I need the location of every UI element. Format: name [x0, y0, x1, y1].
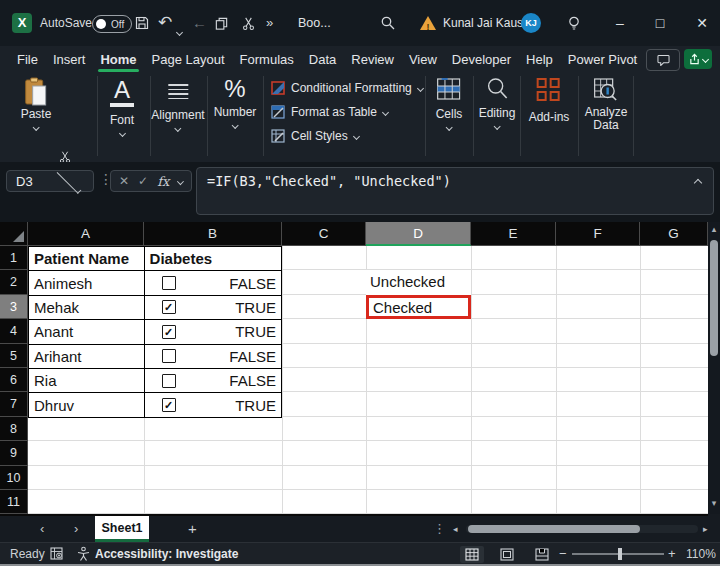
tabbar-options-dots[interactable]: ⋮: [433, 516, 446, 542]
row-header-3[interactable]: 3: [0, 295, 28, 319]
cell-a5[interactable]: Arihant: [29, 345, 145, 369]
cell-b7[interactable]: ✓ TRUE: [145, 393, 282, 417]
row-header-9[interactable]: 9: [0, 441, 28, 465]
column-header-d[interactable]: D: [366, 222, 471, 246]
zoom-out-button[interactable]: −: [559, 543, 567, 565]
warning-icon[interactable]: !: [420, 16, 436, 30]
cell-b3[interactable]: ✓ TRUE: [145, 296, 282, 320]
accessibility-status[interactable]: Accessibility: Investigate: [95, 543, 238, 565]
macro-record-button[interactable]: [50, 547, 65, 561]
more-commands-button[interactable]: »: [266, 0, 273, 46]
cells-group-button[interactable]: Cells: [436, 78, 463, 130]
row-header-2[interactable]: 2: [0, 270, 28, 294]
cell-b5[interactable]: FALSE: [145, 345, 282, 369]
scroll-left-arrow[interactable]: ◂: [453, 516, 458, 542]
sheet-tab-sheet1[interactable]: Sheet1: [95, 516, 149, 542]
row-header-10[interactable]: 10: [0, 466, 28, 490]
checkbox-unchecked[interactable]: [162, 349, 176, 363]
horizontal-scrollbar[interactable]: [466, 525, 698, 533]
conditional-formatting-button[interactable]: Conditional Formatting: [271, 79, 423, 97]
tab-home[interactable]: Home: [100, 52, 136, 67]
row-header-5[interactable]: 5: [0, 344, 28, 368]
tab-page-layout[interactable]: Page Layout: [152, 52, 225, 67]
row-header-4[interactable]: 4: [0, 319, 28, 343]
scroll-right-arrow[interactable]: ▸: [703, 516, 708, 542]
undo-dropdown[interactable]: [177, 21, 182, 39]
checkbox-unchecked[interactable]: [162, 276, 176, 290]
number-group-button[interactable]: % Number: [214, 76, 257, 128]
column-header-b[interactable]: B: [144, 222, 282, 246]
select-all-corner[interactable]: [0, 222, 28, 246]
row-header-6[interactable]: 6: [0, 368, 28, 392]
insert-function-button[interactable]: fx: [157, 174, 169, 189]
checkbox-unchecked[interactable]: [162, 374, 176, 388]
page-layout-view-button[interactable]: [495, 546, 519, 563]
sheet-cells-area[interactable]: Patient Name Diabetes Animesh FALSE Meha…: [28, 246, 708, 514]
format-as-table-button[interactable]: Format as Table: [271, 103, 388, 121]
tab-view[interactable]: View: [409, 52, 437, 67]
cell-d2[interactable]: Unchecked: [366, 270, 471, 294]
column-header-e[interactable]: E: [471, 222, 556, 246]
alignment-group-button[interactable]: Alignment: [151, 78, 204, 131]
excel-app-icon[interactable]: X: [12, 13, 32, 33]
tab-formulas[interactable]: Formulas: [240, 52, 294, 67]
row-header-8[interactable]: 8: [0, 417, 28, 441]
add-ins-button[interactable]: Add-ins: [529, 78, 570, 124]
zoom-in-button[interactable]: +: [668, 543, 676, 565]
checkbox-checked[interactable]: ✓: [162, 325, 176, 339]
cell-a4[interactable]: Anant: [29, 320, 145, 344]
save-button[interactable]: [134, 0, 150, 46]
cell-a6[interactable]: Ria: [29, 369, 145, 393]
tab-insert[interactable]: Insert: [53, 52, 86, 67]
analyze-data-button[interactable]: Analyze Data: [585, 78, 628, 132]
zoom-level[interactable]: 110%: [686, 543, 716, 565]
copy-button[interactable]: [214, 0, 229, 46]
column-header-c[interactable]: C: [282, 222, 366, 246]
checkbox-checked[interactable]: ✓: [162, 300, 176, 314]
checkbox-checked[interactable]: ✓: [162, 398, 176, 412]
cell-b2[interactable]: FALSE: [145, 271, 282, 295]
prev-sheet-button[interactable]: ‹: [40, 516, 44, 542]
search-button[interactable]: [380, 0, 396, 46]
close-button[interactable]: ✕: [687, 0, 717, 46]
cell-a7[interactable]: Dhruv: [29, 393, 145, 417]
next-sheet-button[interactable]: ›: [74, 516, 78, 542]
back-button[interactable]: ←: [192, 0, 207, 46]
paste-button[interactable]: Paste: [21, 77, 52, 130]
normal-view-button[interactable]: [460, 546, 484, 563]
row-header-11[interactable]: 11: [0, 490, 28, 514]
page-break-view-button[interactable]: [530, 546, 554, 563]
column-header-a[interactable]: A: [28, 222, 144, 246]
zoom-slider[interactable]: [572, 553, 664, 555]
cell-d3-selected[interactable]: Checked: [366, 295, 471, 319]
comments-button[interactable]: [646, 49, 680, 71]
share-button[interactable]: [684, 49, 712, 69]
lightbulb-button[interactable]: [566, 0, 582, 46]
row-header-7[interactable]: 7: [0, 392, 28, 416]
scroll-down-arrow[interactable]: ▾: [708, 498, 720, 508]
column-header-g[interactable]: G: [640, 222, 708, 246]
name-box[interactable]: D3: [6, 170, 94, 192]
add-sheet-button[interactable]: +: [188, 516, 197, 542]
column-header-f[interactable]: F: [556, 222, 640, 246]
row-header-1[interactable]: 1: [0, 246, 28, 270]
tab-developer[interactable]: Developer: [452, 52, 511, 67]
vertical-scrollbar[interactable]: ▴ ▾: [708, 222, 720, 514]
cancel-formula-button[interactable]: ✕: [119, 174, 129, 188]
font-group-button[interactable]: A Font: [110, 78, 134, 136]
cell-a2[interactable]: Animesh: [29, 271, 145, 295]
cell-b4[interactable]: ✓ TRUE: [145, 320, 282, 344]
tab-review[interactable]: Review: [351, 52, 394, 67]
cell-a1-patient-name-header[interactable]: Patient Name: [29, 247, 145, 271]
collapse-formula-bar-chevron[interactable]: [694, 179, 702, 187]
maximize-button[interactable]: □: [645, 0, 675, 46]
minimize-button[interactable]: –: [605, 0, 635, 46]
cell-b6[interactable]: FALSE: [145, 369, 282, 393]
document-title[interactable]: Boo...: [298, 0, 331, 46]
zoom-slider-thumb[interactable]: [618, 548, 622, 560]
autosave-toggle[interactable]: Off: [92, 15, 132, 33]
horizontal-scrollbar-thumb[interactable]: [468, 525, 640, 533]
editing-group-button[interactable]: Editing: [479, 77, 516, 129]
tab-help[interactable]: Help: [526, 52, 553, 67]
avatar[interactable]: KJ: [521, 13, 541, 33]
